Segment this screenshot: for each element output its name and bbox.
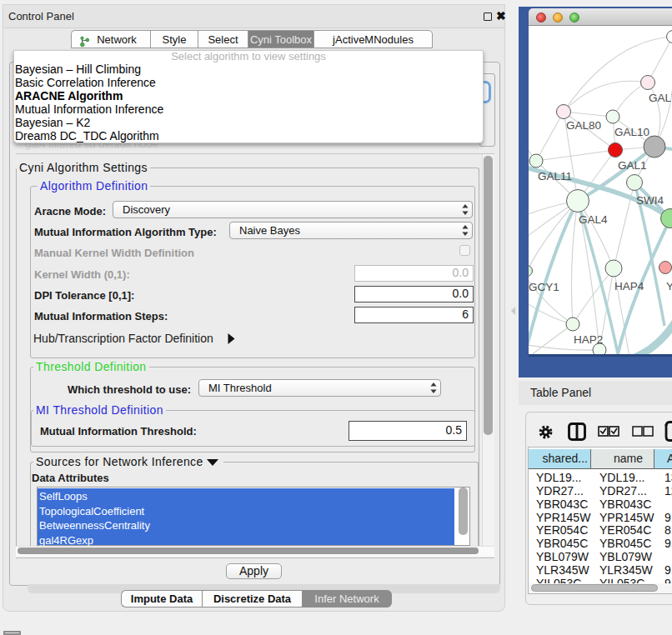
svg-text:GAL11: GAL11	[538, 170, 572, 182]
svg-text:GAL7: GAL7	[649, 92, 672, 104]
svg-text:HAP4: HAP4	[614, 280, 644, 292]
svg-text:Y: Y	[666, 280, 672, 292]
svg-text:SWI4: SWI4	[636, 194, 664, 207]
svg-text:HAP2: HAP2	[574, 333, 603, 346]
svg-text:GAL1: GAL1	[618, 159, 647, 172]
svg-text:GAL4: GAL4	[579, 213, 608, 226]
svg-text:GCY1: GCY1	[529, 281, 559, 293]
svg-text:GAL80: GAL80	[566, 119, 601, 132]
svg-text:GAL10: GAL10	[614, 126, 649, 138]
